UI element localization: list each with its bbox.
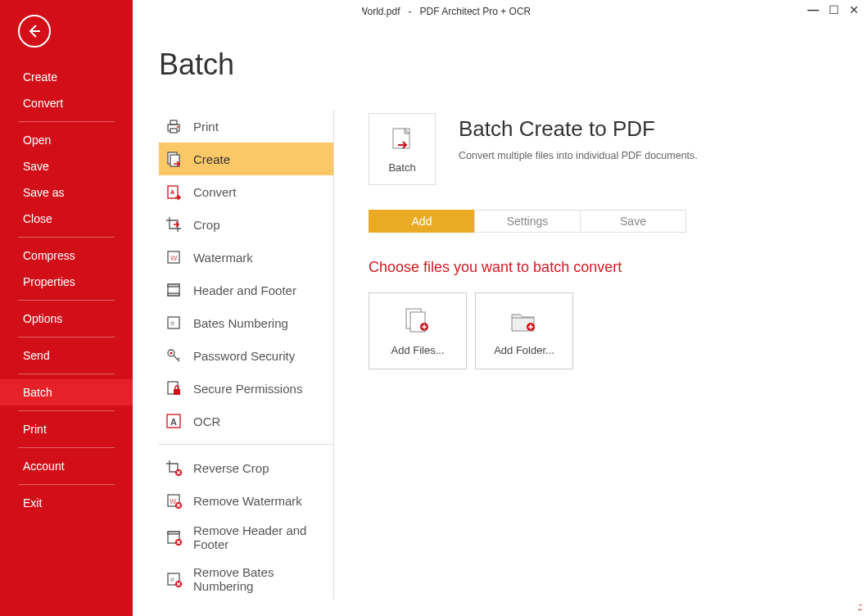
hero-batch-box[interactable]: Batch [369,113,436,185]
left-item-open[interactable]: Open [0,127,133,153]
create-icon [164,149,183,169]
batch-item-remove-header-and-footer[interactable]: Remove Header and Footer [159,517,333,559]
left-item-create[interactable]: Create [0,64,133,90]
left-separator [18,484,115,485]
svg-text:A: A [170,417,177,427]
batch-item-label: Remove Header and Footer [193,523,325,552]
left-item-print[interactable]: Print [0,416,133,442]
left-separator [18,337,115,337]
file-menu-sidebar: CreateConvertOpenSaveSave asCloseCompres… [0,0,133,616]
batch-item-remove-bates-numbering[interactable]: #Remove Bates Numbering [159,559,333,600]
svg-rect-11 [168,284,179,287]
hero: Batch Batch Create to PDF Convert multip… [369,113,854,185]
remove-watermark-icon: W [164,491,183,510]
resize-grip[interactable]: .:: [857,601,861,613]
svg-text:W: W [170,254,178,262]
left-separator [18,300,115,301]
batch-item-remove-watermark[interactable]: WRemove Watermark [159,484,333,517]
batch-category-panel: Batch PrintCreateAConvertCropWWatermarkH… [133,0,362,616]
svg-point-3 [177,126,179,128]
batch-separator [159,444,333,445]
crop-icon [164,215,183,234]
batch-item-password-security[interactable]: Password Security [159,339,333,372]
left-separator [18,237,115,238]
svg-rect-1 [170,120,177,125]
batch-list: PrintCreateAConvertCropWWatermarkHeader … [159,110,334,600]
left-item-batch[interactable]: Batch [0,379,133,405]
batch-item-label: Remove Watermark [193,494,302,508]
batch-item-label: Create [193,152,230,166]
left-item-exit[interactable]: Exit [0,490,133,516]
svg-rect-26 [168,532,179,534]
left-item-compress[interactable]: Compress [0,242,133,269]
left-item-properties[interactable]: Properties [0,269,133,295]
left-separator [18,410,115,411]
svg-rect-12 [168,293,179,296]
add-files-label: Add Files... [391,344,444,356]
left-separator [18,447,115,448]
left-item-convert[interactable]: Convert [0,90,133,116]
batch-item-watermark[interactable]: WWatermark [159,241,333,274]
left-separator [18,121,115,122]
batch-item-label: Reverse Crop [193,461,269,475]
svg-rect-18 [174,389,180,395]
page-title: Batch [159,48,362,82]
left-item-save-as[interactable]: Save as [0,179,133,206]
remove-header-icon [164,528,183,547]
arrow-left-icon [26,23,43,39]
left-item-save[interactable]: Save [0,153,133,179]
batch-item-label: Watermark [193,251,253,265]
batch-item-label: Convert [193,185,237,199]
bates-icon: # [164,313,183,333]
step-tab-settings[interactable]: Settings [474,210,581,233]
convert-icon: A [164,182,183,202]
add-files-icon [401,306,434,336]
ocr-icon: A [164,411,183,431]
reverse-crop-icon [164,458,183,478]
left-item-close[interactable]: Close [0,206,133,232]
choose-row: Add Files... Add Folder... [369,292,854,369]
secure-icon [164,378,183,398]
svg-point-16 [170,352,173,355]
svg-text:#: # [170,319,174,328]
choose-title: Choose files you want to batch convert [369,259,854,276]
step-tab-add[interactable]: Add [369,210,474,233]
batch-item-secure-permissions[interactable]: Secure Permissions [159,372,333,405]
hero-desc: Convert multiple files into individual P… [459,150,698,161]
batch-item-label: Password Security [193,349,295,363]
step-tab-save[interactable]: Save [581,210,686,233]
batch-item-crop[interactable]: Crop [159,208,333,241]
batch-item-bates-numbering[interactable]: #Bates Numbering [159,306,333,339]
add-folder-label: Add Folder... [494,344,554,356]
back-button[interactable] [18,15,51,48]
hero-box-label: Batch [388,161,415,174]
header-footer-icon [164,280,183,300]
print-icon [164,116,183,136]
batch-item-header-and-footer[interactable]: Header and Footer [159,274,333,306]
add-folder-button[interactable]: Add Folder... [475,292,573,369]
left-item-account[interactable]: Account [0,453,133,479]
left-separator [18,374,115,374]
password-icon [164,346,183,365]
watermark-icon: W [164,247,183,267]
remove-bates-icon: # [164,569,183,589]
batch-item-convert[interactable]: AConvert [159,175,333,208]
batch-item-print[interactable]: Print [159,110,333,143]
batch-item-label: Bates Numbering [193,316,288,330]
hero-title: Batch Create to PDF [459,116,698,142]
step-tabs: AddSettingsSave [369,210,686,233]
left-item-options[interactable]: Options [0,306,133,332]
add-files-button[interactable]: Add Files... [369,292,467,369]
svg-text:A: A [170,189,174,195]
batch-item-label: OCR [193,414,220,428]
batch-item-label: Header and Footer [193,283,296,297]
batch-item-label: Remove Bates Numbering [193,565,325,594]
svg-rect-2 [170,129,177,133]
batch-item-ocr[interactable]: AOCR [159,405,333,437]
batch-item-label: Print [193,120,219,134]
svg-text:#: # [170,576,174,584]
batch-item-create[interactable]: Create [159,143,333,175]
batch-item-reverse-crop[interactable]: Reverse Crop [159,451,333,484]
batch-document-icon [388,125,416,153]
left-item-send[interactable]: Send [0,342,133,369]
